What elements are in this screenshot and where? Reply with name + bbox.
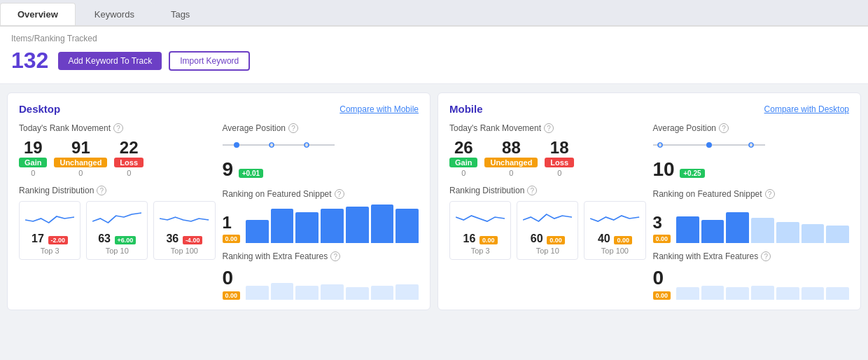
- mobile-rank-movement: 26 Gain 0 88 Unchanged 0 18 Loss 0: [449, 139, 646, 177]
- compare-desktop-link[interactable]: Compare with Desktop: [764, 104, 849, 114]
- mobile-extra-features: Ranking with Extra Features ? 0 0.00: [653, 251, 850, 300]
- desktop-rank-movement: 19 Gain 0 91 Unchanged 0 22 Loss 0: [19, 139, 216, 177]
- mobile-snippet-bar-4: [751, 218, 774, 243]
- desktop-avg-pos-badge: +0.01: [239, 169, 263, 178]
- desktop-dist-top3-num: 17: [31, 233, 44, 244]
- desktop-title: Desktop: [19, 103, 60, 115]
- mobile-rank-movement-title: Today's Rank Movement ?: [449, 123, 646, 133]
- mobile-gain-num: 26: [449, 139, 477, 157]
- tab-overview[interactable]: Overview: [0, 3, 76, 25]
- desktop-dist-cards: 17 -2.00 Top 3: [19, 201, 216, 260]
- desktop-gain: 19 Gain 0: [19, 139, 47, 177]
- extra-bar-6: [371, 286, 394, 300]
- header-row: 132 Add Keyword To Track Import Keyword: [11, 48, 857, 74]
- desktop-loss-num: 22: [114, 139, 144, 157]
- mobile-extra-title: Ranking with Extra Features ?: [653, 251, 850, 261]
- mobile-snippet-bar-2: [701, 220, 724, 243]
- extra-help-icon[interactable]: ?: [330, 251, 340, 261]
- desktop-panel-header: Desktop Compare with Mobile: [19, 103, 419, 115]
- desktop-dist-top3-label: Top 3: [25, 247, 74, 255]
- dist-top3-chart: [25, 206, 74, 233]
- tracking-count: 132: [11, 48, 48, 74]
- mobile-unchanged-num: 88: [484, 139, 538, 157]
- desktop-extra-badge: 0.00: [223, 291, 241, 300]
- desktop-extra-chart: [246, 272, 419, 300]
- add-keyword-button[interactable]: Add Keyword To Track: [58, 52, 162, 70]
- mobile-dist-top3-num: 16: [463, 233, 476, 244]
- desktop-dist-top100-num: 36: [166, 233, 178, 244]
- tab-tags[interactable]: Tags: [153, 3, 207, 25]
- mobile-title: Mobile: [449, 103, 483, 115]
- mobile-dist-section: Ranking Distribution ?: [449, 186, 646, 260]
- avg-pos-help-icon[interactable]: ?: [288, 123, 298, 133]
- import-keyword-button[interactable]: Import Keyword: [169, 51, 250, 71]
- snippet-bar-6: [371, 205, 394, 243]
- dist-help-icon[interactable]: ?: [97, 186, 106, 195]
- snippet-help-icon[interactable]: ?: [335, 189, 344, 199]
- mobile-gain-badge: Gain: [449, 158, 477, 167]
- desktop-right: Average Position ? 9: [223, 123, 419, 300]
- desktop-gain-sub: 0: [19, 169, 47, 177]
- desktop-snippet-chart: [246, 205, 419, 243]
- desktop-snippet-num: 1: [223, 213, 241, 233]
- mobile-dist-top10-num: 60: [531, 233, 543, 244]
- mobile-snippet-bar-5: [776, 222, 799, 243]
- mobile-snippet-badge: 0.00: [653, 235, 671, 243]
- rank-movement-help-icon[interactable]: ?: [113, 123, 123, 133]
- mobile-avg-pos-num: 10: [653, 158, 675, 180]
- desktop-gain-badge: Gain: [19, 158, 47, 167]
- svg-point-6: [706, 142, 712, 148]
- mobile-dist-top10-chart: [523, 206, 572, 233]
- mobile-extra-bar-6: [802, 287, 825, 300]
- mobile-featured-snippet: Ranking on Featured Snippet ? 3 0.00: [653, 189, 850, 243]
- mobile-extra-bar-3: [726, 287, 749, 300]
- mobile-dist-top100-num: 40: [598, 233, 610, 244]
- desktop-unchanged-num: 91: [54, 139, 107, 157]
- mobile-snippet-num: 3: [653, 213, 671, 233]
- mobile-loss-badge: Loss: [545, 158, 574, 167]
- desktop-unchanged: 91 Unchanged 0: [54, 139, 107, 177]
- desktop-panel-body: Today's Rank Movement ? 19 Gain 0 91 Unc…: [19, 123, 419, 300]
- mobile-loss: 18 Loss 0: [545, 139, 574, 177]
- desktop-left: Today's Rank Movement ? 19 Gain 0 91 Unc…: [19, 123, 216, 300]
- desktop-dist-top10-label: Top 10: [92, 247, 141, 255]
- desktop-extra-num: 0: [223, 267, 241, 289]
- extra-bar-3: [295, 286, 318, 300]
- mobile-dist-top3: 16 0.00 Top 3: [449, 201, 511, 260]
- mobile-rank-help-icon[interactable]: ?: [544, 123, 554, 133]
- extra-bar-7: [396, 284, 419, 300]
- snippet-bar-1: [246, 220, 269, 243]
- snippet-bar-2: [271, 209, 294, 244]
- mobile-dist-top3-badge: 0.00: [479, 236, 498, 244]
- mobile-extra-help-icon[interactable]: ?: [761, 251, 771, 261]
- mobile-snippet-help-icon[interactable]: ?: [765, 189, 775, 199]
- mobile-dist-cards: 16 0.00 Top 3: [449, 201, 646, 260]
- compare-mobile-link[interactable]: Compare with Mobile: [340, 104, 419, 114]
- mobile-extra-bar-7: [826, 287, 849, 300]
- mobile-dist-top10-label: Top 10: [523, 247, 572, 255]
- desktop-snippet-badge: 0.00: [223, 235, 241, 243]
- mobile-left: Today's Rank Movement ? 26 Gain 0 88 Unc…: [449, 123, 646, 300]
- mobile-dist-title: Ranking Distribution ?: [449, 186, 646, 195]
- desktop-snippet-left: 1 0.00: [223, 213, 241, 243]
- mobile-extra-badge: 0.00: [653, 291, 671, 300]
- mobile-dist-help-icon[interactable]: ?: [527, 186, 537, 195]
- mobile-sparkline: [653, 139, 850, 153]
- extra-bar-2: [271, 283, 294, 300]
- desktop-gain-num: 19: [19, 139, 47, 157]
- mobile-extra-num: 0: [653, 267, 671, 289]
- mobile-extra-bar-4: [751, 286, 774, 300]
- desktop-unchanged-sub: 0: [54, 169, 107, 177]
- snippet-bar-4: [321, 209, 344, 244]
- desktop-rank-movement-title: Today's Rank Movement ?: [19, 123, 216, 133]
- mobile-unchanged-badge: Unchanged: [484, 158, 538, 167]
- mobile-dist-top10: 60 0.00 Top 10: [517, 201, 578, 260]
- dist-top10-chart: [92, 206, 141, 233]
- mobile-avg-help-icon[interactable]: ?: [719, 123, 729, 133]
- header-label: Items/Ranking Tracked: [11, 34, 857, 43]
- desktop-featured-snippet: Ranking on Featured Snippet ? 1 0.00: [223, 189, 419, 243]
- desktop-loss-badge: Loss: [114, 158, 144, 167]
- tab-keywords[interactable]: Keywords: [77, 3, 152, 25]
- desktop-avg-pos-num: 9: [223, 158, 234, 180]
- mobile-snippet-bar-1: [676, 216, 699, 244]
